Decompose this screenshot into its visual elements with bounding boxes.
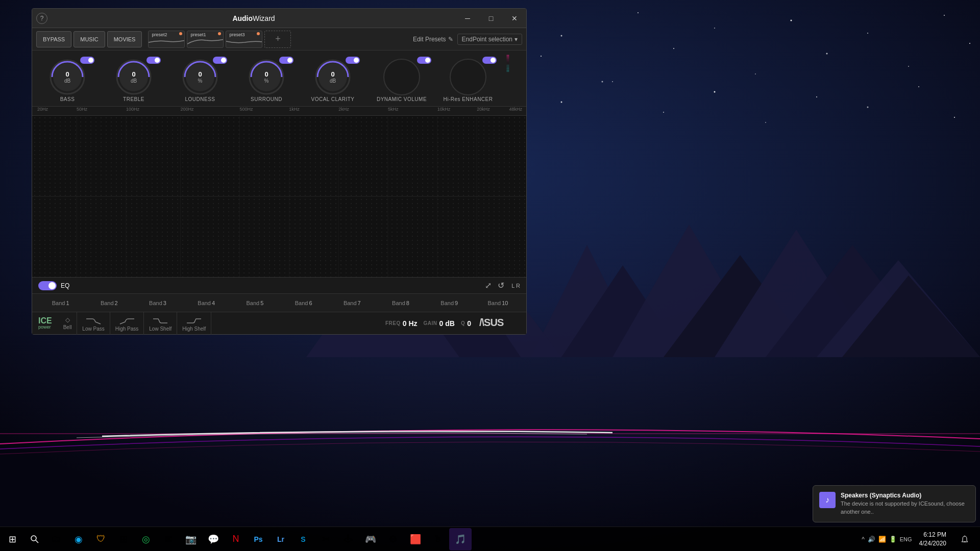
taskbar-clock[interactable]: 6:12 PM 4/24/2020	[915, 531, 950, 548]
tray-battery[interactable]: 🔋	[889, 536, 897, 543]
svg-rect-81	[508, 58, 509, 58]
taskbar-app-colors[interactable]: 🟥	[404, 528, 427, 550]
preset-card-2[interactable]: preset1	[187, 31, 224, 48]
taskbar-app-vpn[interactable]: 🎮	[359, 528, 382, 550]
taskbar-app-sketchup[interactable]: S	[292, 528, 314, 550]
svg-rect-76	[507, 71, 508, 72]
taskbar-app-clip[interactable]: ✂	[314, 528, 337, 550]
eq-grid-area[interactable]	[32, 116, 526, 277]
treble-unit: dB	[131, 78, 137, 84]
edit-presets-button[interactable]: Edit Presets ✎	[413, 36, 453, 43]
band-9[interactable]: Band 9	[425, 300, 474, 306]
eq-toggle[interactable]	[38, 281, 57, 290]
preset-card-1[interactable]: preset2	[148, 31, 185, 48]
tray-show-hidden[interactable]: ^	[862, 536, 865, 543]
surround-control: 0 % SURROUND	[233, 55, 300, 102]
low-pass-filter-button[interactable]: Low Pass	[77, 312, 110, 335]
taskbar-app-whatsapp[interactable]: 💬	[202, 528, 225, 550]
svg-rect-97	[508, 70, 509, 70]
taskbar-app-photoshop[interactable]: Ps	[247, 528, 270, 550]
svg-point-31	[765, 122, 766, 123]
svg-point-35	[954, 117, 955, 118]
add-preset-button[interactable]: +	[264, 31, 291, 48]
low-shelf-filter-button[interactable]: Low Shelf	[144, 312, 177, 335]
band-7[interactable]: Band 7	[328, 300, 376, 306]
minimize-button[interactable]: ─	[456, 9, 479, 28]
tray-network[interactable]: 📶	[878, 536, 886, 543]
band-5[interactable]: Band 5	[231, 300, 279, 306]
band-2[interactable]: Band 2	[85, 300, 133, 306]
presets-bar: BYPASS MUSIC MOVIES preset2 preset1 pres…	[32, 28, 526, 51]
band-3[interactable]: Band 3	[133, 300, 182, 306]
svg-rect-64	[507, 62, 508, 63]
title-bar: ? AudioWizard ─ □ ✕	[32, 9, 526, 28]
bypass-button[interactable]: BYPASS	[36, 31, 71, 47]
taskbar-app-mail[interactable]: ✉	[157, 528, 180, 550]
vocal-clarity-unit: dB	[330, 78, 336, 84]
window-title: AudioWizard	[52, 14, 456, 22]
tray-lang[interactable]: ENG	[900, 536, 912, 542]
endpoint-selection-button[interactable]: EndPoint selection ▾	[457, 34, 522, 45]
loudness-knob[interactable]: 0 %	[182, 59, 218, 95]
band-8-number: 8	[406, 300, 409, 306]
band-6[interactable]: Band 6	[279, 300, 328, 306]
taskbar-app-equalizer[interactable]: 🎵	[449, 528, 472, 550]
taskbar-app-spotify[interactable]: ◎	[135, 528, 157, 550]
music-button[interactable]: MUSIC	[74, 31, 105, 47]
svg-rect-69	[507, 66, 508, 67]
taskbar-app-camera[interactable]: 📷	[180, 528, 202, 550]
svg-rect-60	[507, 59, 508, 60]
reset-icon[interactable]: ↺	[497, 280, 505, 291]
high-shelf-icon	[186, 315, 202, 325]
movies-button[interactable]: MOVIES	[107, 31, 142, 47]
bass-knob[interactable]: 0 dB	[49, 59, 86, 95]
band-7-number: 7	[358, 300, 361, 306]
freq-param-label: FREQ	[385, 320, 401, 326]
surround-knob[interactable]: 0 %	[248, 59, 285, 95]
endpoint-label: EndPoint selection	[462, 36, 512, 43]
hires-toggle[interactable]	[482, 57, 497, 64]
search-button[interactable]	[24, 527, 45, 552]
gain-param-value: 0 dB	[439, 319, 455, 328]
taskbar-app-multiwin[interactable]: ⊞	[112, 528, 135, 550]
taskbar-app-settings[interactable]: ⚙	[382, 528, 404, 550]
svg-rect-74	[507, 70, 508, 70]
bass-label: BASS	[60, 96, 75, 102]
svg-point-20	[541, 56, 542, 57]
taskbar-app-edge[interactable]: ◉	[67, 528, 90, 550]
preset-card-3[interactable]: preset3	[226, 31, 262, 48]
maximize-button[interactable]: □	[479, 9, 503, 28]
band-8[interactable]: Band 8	[376, 300, 425, 306]
svg-rect-85	[508, 61, 509, 61]
clock-date: 4/24/2020	[919, 539, 946, 548]
taskbar-app-files[interactable]: 🗂	[45, 528, 67, 550]
band-1[interactable]: Band 1	[36, 300, 85, 306]
expand-icon[interactable]: ⤢	[484, 280, 493, 291]
vu-meter	[503, 51, 513, 106]
loudness-value-display: 0 %	[186, 63, 214, 91]
treble-knob[interactable]: 0 dB	[115, 59, 152, 95]
notification-button[interactable]	[953, 528, 976, 550]
band-10[interactable]: Band 10	[474, 300, 522, 306]
dynamic-volume-toggle[interactable]	[417, 57, 431, 64]
bell-filter-button[interactable]: ◇ Bell	[58, 312, 78, 335]
high-shelf-filter-button[interactable]: High Shelf	[177, 312, 211, 335]
taskbar-app-antivirus[interactable]: 🛡	[90, 528, 112, 550]
close-button[interactable]: ✕	[503, 9, 526, 28]
taskbar-app-lightroom[interactable]: Lr	[270, 528, 292, 550]
tray-audio[interactable]: 🔊	[868, 536, 875, 543]
taskbar-app-mouse[interactable]: 🖱	[427, 528, 449, 550]
help-button[interactable]: ?	[36, 13, 47, 24]
taskbar-app-netflix[interactable]: N	[225, 528, 247, 550]
svg-text:/\SUS: /\SUS	[479, 317, 504, 328]
svg-rect-66	[507, 64, 508, 64]
vocal-clarity-knob[interactable]: 0 dB	[314, 59, 351, 95]
start-button[interactable]: ⊞	[0, 527, 24, 552]
preset2-dot	[218, 32, 221, 35]
dynamic-volume-area	[383, 59, 420, 95]
surround-unit: %	[264, 78, 269, 84]
taskbar-app-3d[interactable]: 🕹	[337, 528, 359, 550]
high-pass-filter-button[interactable]: High Pass	[110, 312, 144, 335]
svg-rect-84	[508, 60, 509, 61]
band-4[interactable]: Band 4	[182, 300, 231, 306]
